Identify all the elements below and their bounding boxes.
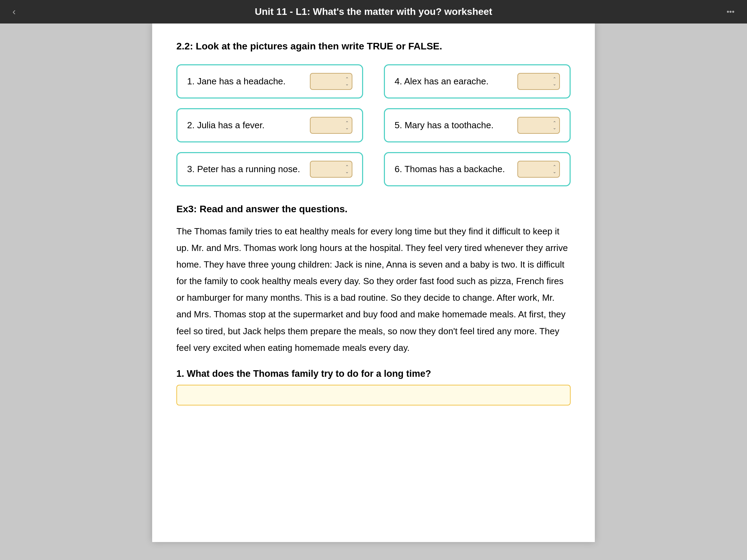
exercise-item-3: 3. Peter has a running nose. TRUE FALSE: [176, 152, 363, 186]
exercise-select-2[interactable]: TRUE FALSE: [310, 117, 352, 134]
exercise-text-1: 1. Jane has a headache.: [187, 76, 286, 87]
page-title: Unit 11 - L1: What's the matter with you…: [26, 6, 721, 17]
select-wrapper-1: TRUE FALSE: [310, 73, 352, 90]
ex3-title: Ex3: Read and answer the questions.: [176, 204, 571, 215]
exercise-select-3[interactable]: TRUE FALSE: [310, 161, 352, 178]
exercise-text-3: 3. Peter has a running nose.: [187, 164, 300, 175]
select-wrapper-4: TRUE FALSE: [517, 73, 560, 90]
exercise-grid: 1. Jane has a headache. TRUE FALSE 4. Al…: [176, 64, 571, 186]
select-wrapper-5: TRUE FALSE: [517, 117, 560, 134]
exercise-item-2: 2. Julia has a fever. TRUE FALSE: [176, 108, 363, 142]
select-wrapper-2: TRUE FALSE: [310, 117, 352, 134]
exercise-select-5[interactable]: TRUE FALSE: [517, 117, 560, 134]
select-wrapper-3: TRUE FALSE: [310, 161, 352, 178]
back-button[interactable]: ‹: [12, 6, 26, 17]
more-button[interactable]: •••: [721, 7, 735, 16]
exercise-text-2: 2. Julia has a fever.: [187, 120, 265, 131]
exercise-text-6: 6. Thomas has a backache.: [395, 164, 505, 175]
exercise-select-6[interactable]: TRUE FALSE: [517, 161, 560, 178]
exercise-item-6: 6. Thomas has a backache. TRUE FALSE: [384, 152, 571, 186]
page-container: 2.2: Look at the pictures again then wri…: [152, 24, 595, 542]
exercise-item-5: 5. Mary has a toothache. TRUE FALSE: [384, 108, 571, 142]
answer-box-1[interactable]: [176, 385, 571, 405]
exercise-item-4: 4. Alex has an earache. TRUE FALSE: [384, 64, 571, 99]
ex3-paragraph: The Thomas family tries to eat healthy m…: [176, 223, 571, 356]
question-1-title: 1. What does the Thomas family try to do…: [176, 368, 571, 379]
exercise-select-1[interactable]: TRUE FALSE: [310, 73, 352, 90]
exercise-text-4: 4. Alex has an earache.: [395, 76, 489, 87]
top-bar: ‹ Unit 11 - L1: What's the matter with y…: [0, 0, 747, 24]
section-22-title: 2.2: Look at the pictures again then wri…: [176, 41, 571, 52]
exercise-text-5: 5. Mary has a toothache.: [395, 120, 494, 131]
exercise-item-1: 1. Jane has a headache. TRUE FALSE: [176, 64, 363, 99]
exercise-select-4[interactable]: TRUE FALSE: [517, 73, 560, 90]
select-wrapper-6: TRUE FALSE: [517, 161, 560, 178]
